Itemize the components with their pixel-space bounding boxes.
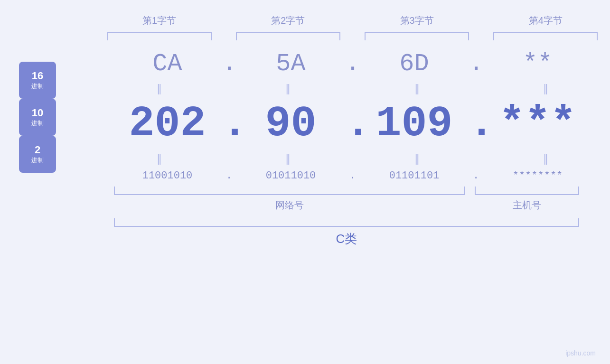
page-container: 第1字节 第2字节 第3字节 第4字节 16 16 进制 进制 10 进制 2 … [0,0,610,364]
equals-4: ‖ [493,83,598,95]
dec-label-num: 10 [32,107,43,119]
col-header-3: 第3字节 [365,14,469,27]
top-brackets [38,32,610,40]
hex-value-3: 6D [399,50,429,78]
equals-3: ‖ [365,83,469,95]
dec-value-3: 109 [375,100,452,148]
dec-cell-4: *** [486,100,590,148]
row-labels: 16 16 进制 进制 10 进制 2 进制 [19,62,56,173]
dec-label-sub-display: 进制 [31,119,44,128]
dec-cell-2: 90 [239,100,343,148]
bin-cell-1: 11001010 [115,170,220,182]
dec-value-4: *** [499,100,576,148]
dec-row: 202 . 90 . 109 . *** [20,100,590,148]
bin-dot-3: . [469,170,483,182]
dec-dot-2: . [346,100,360,148]
dec-value-1: 202 [129,100,206,148]
dec-value-2: 90 [265,100,316,148]
class-bracket-area [19,218,591,227]
hex-cell-4: ** [486,50,590,78]
hex-sep-1: . [220,50,239,78]
dec-dot-1: . [222,100,236,148]
hex-sep-2: . [343,50,362,78]
bin-sep-1: . [220,170,239,182]
hex-cell-2: 5A [239,50,343,78]
bin-dot-2: . [346,170,360,182]
host-label: 主机号 [475,199,579,212]
bracket-4 [493,32,598,40]
dec-cell-3: 109 [362,100,467,148]
equals-8: ‖ [493,153,598,165]
dec-sep-1: . [220,100,239,148]
equals-1: ‖ [107,83,212,95]
class-label: C类 [114,231,579,247]
class-label-area: C类 [19,231,591,247]
network-host-labels: 网络号 主机号 [19,199,591,212]
hex-cell-3: 6D [362,50,467,78]
bin-label-sub-display: 进制 [31,156,44,165]
col-header-2: 第2字节 [236,14,340,27]
bin-cell-4: ******** [486,170,590,182]
bin-value-1: 11001010 [142,170,193,182]
bin-cell-2: 01011010 [239,170,343,182]
bin-value-2: 01011010 [266,170,316,182]
dec-dot-3: . [469,100,483,148]
network-label: 网络号 [114,199,465,212]
bin-sep-3: . [467,170,486,182]
hex-label: 16 16 进制 进制 [19,62,56,99]
hex-value-1: CA [152,50,182,78]
hex-row: CA . 5A . 6D . ** [20,50,590,78]
bin-label: 2 进制 [19,136,56,173]
column-headers: 第1字节 第2字节 第3字节 第4字节 [38,14,610,27]
bin-label-num: 2 [35,144,40,156]
equals-2: ‖ [236,83,340,95]
bottom-bracket-area [19,187,591,195]
equals-6: ‖ [236,153,340,165]
equals-row-1: ‖ ‖ ‖ ‖ [38,83,610,95]
bracket-gap [465,187,475,195]
dec-cell-1: 202 [115,100,220,148]
bin-cell-3: 01101101 [362,170,467,182]
hex-sep-3: . [467,50,486,78]
equals-5: ‖ [107,153,212,165]
equals-row-2: ‖ ‖ ‖ ‖ [38,153,610,165]
equals-7: ‖ [365,153,469,165]
hex-label-num: 16 [32,70,43,82]
hex-label-sub-display: 进制 [31,82,44,91]
bin-sep-2: . [343,170,362,182]
hex-dot-2: . [346,50,360,78]
hex-dot-1: . [222,50,236,78]
network-bracket [114,187,465,195]
hex-dot-3: . [469,50,483,78]
bracket-2 [236,32,340,40]
hex-value-2: 5A [276,50,305,78]
hex-cell-1: CA [115,50,220,78]
bin-value-4: ******** [513,170,563,182]
bin-dot-1: . [222,170,236,182]
bin-row: 11001010 . 01011010 . 01101101 . *******… [20,170,590,182]
dec-sep-3: . [467,100,486,148]
bin-value-3: 01101101 [389,170,440,182]
col-header-1: 第1字节 [107,14,212,27]
dec-label: 10 进制 [19,99,56,136]
class-bracket [114,218,579,227]
hex-value-4: ** [523,50,552,78]
watermark: ipshu.com [565,349,596,357]
col-header-4: 第4字节 [493,14,598,27]
host-bracket [475,187,579,195]
dec-sep-2: . [343,100,362,148]
bracket-1 [107,32,212,40]
bracket-3 [365,32,469,40]
